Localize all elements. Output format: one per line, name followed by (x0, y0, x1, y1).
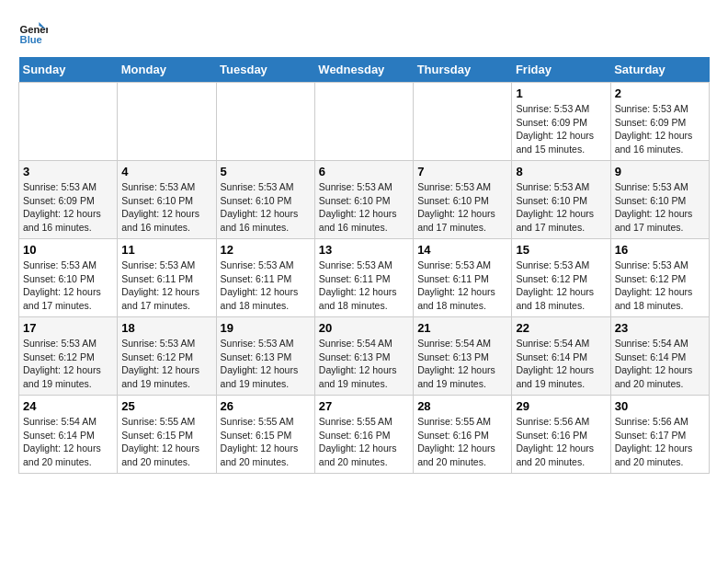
day-info: Sunrise: 5:53 AM Sunset: 6:12 PM Dayligh… (615, 259, 705, 313)
calendar-cell: 9Sunrise: 5:53 AM Sunset: 6:10 PM Daylig… (610, 161, 709, 239)
calendar-cell: 8Sunrise: 5:53 AM Sunset: 6:10 PM Daylig… (512, 161, 610, 239)
calendar-cell: 13Sunrise: 5:53 AM Sunset: 6:11 PM Dayli… (314, 239, 413, 317)
svg-text:General: General (20, 24, 48, 35)
calendar-cell: 19Sunrise: 5:53 AM Sunset: 6:13 PM Dayli… (216, 317, 314, 396)
svg-text:Blue: Blue (20, 34, 42, 45)
day-info: Sunrise: 5:53 AM Sunset: 6:10 PM Dayligh… (221, 180, 311, 235)
day-number: 12 (221, 243, 311, 257)
day-info: Sunrise: 5:54 AM Sunset: 6:14 PM Dayligh… (516, 337, 606, 391)
day-number: 17 (23, 321, 113, 335)
day-number: 6 (319, 165, 409, 178)
day-info: Sunrise: 5:53 AM Sunset: 6:10 PM Dayligh… (516, 180, 606, 235)
calendar-cell: 24Sunrise: 5:54 AM Sunset: 6:14 PM Dayli… (19, 396, 118, 474)
week-row-4: 17Sunrise: 5:53 AM Sunset: 6:12 PM Dayli… (19, 317, 710, 396)
day-number: 24 (23, 399, 113, 413)
calendar-cell: 18Sunrise: 5:53 AM Sunset: 6:12 PM Dayli… (118, 317, 216, 396)
weekday-header-sunday: Sunday (19, 57, 118, 83)
calendar-cell: 5Sunrise: 5:53 AM Sunset: 6:10 PM Daylig… (216, 161, 314, 239)
calendar-cell (118, 83, 216, 161)
calendar-cell: 26Sunrise: 5:55 AM Sunset: 6:15 PM Dayli… (216, 396, 314, 474)
day-info: Sunrise: 5:55 AM Sunset: 6:16 PM Dayligh… (319, 415, 409, 469)
weekday-header-friday: Friday (512, 57, 610, 83)
calendar-cell: 1Sunrise: 5:53 AM Sunset: 6:09 PM Daylig… (512, 83, 610, 161)
day-number: 21 (417, 321, 507, 335)
logo: General Blue (18, 18, 51, 48)
calendar-cell: 14Sunrise: 5:53 AM Sunset: 6:11 PM Dayli… (414, 239, 512, 317)
day-number: 8 (516, 165, 606, 178)
day-info: Sunrise: 5:53 AM Sunset: 6:10 PM Dayligh… (319, 180, 409, 235)
calendar-cell: 15Sunrise: 5:53 AM Sunset: 6:12 PM Dayli… (512, 239, 610, 317)
calendar-cell: 16Sunrise: 5:53 AM Sunset: 6:12 PM Dayli… (610, 239, 709, 317)
day-number: 14 (417, 243, 507, 257)
day-number: 27 (319, 399, 409, 413)
day-info: Sunrise: 5:54 AM Sunset: 6:14 PM Dayligh… (615, 337, 705, 391)
day-info: Sunrise: 5:55 AM Sunset: 6:15 PM Dayligh… (121, 415, 211, 469)
day-number: 28 (417, 399, 507, 413)
day-number: 7 (417, 165, 507, 178)
calendar-cell: 29Sunrise: 5:56 AM Sunset: 6:16 PM Dayli… (512, 396, 610, 474)
weekday-header-monday: Monday (118, 57, 216, 83)
calendar-cell: 30Sunrise: 5:56 AM Sunset: 6:17 PM Dayli… (610, 396, 709, 474)
day-number: 23 (615, 321, 705, 335)
day-info: Sunrise: 5:56 AM Sunset: 6:16 PM Dayligh… (516, 415, 606, 469)
day-info: Sunrise: 5:54 AM Sunset: 6:14 PM Dayligh… (23, 415, 113, 469)
day-number: 4 (121, 165, 211, 178)
day-number: 2 (615, 86, 705, 100)
calendar-cell: 4Sunrise: 5:53 AM Sunset: 6:10 PM Daylig… (118, 161, 216, 239)
weekday-header-wednesday: Wednesday (314, 57, 413, 83)
calendar-cell (314, 83, 413, 161)
week-row-3: 10Sunrise: 5:53 AM Sunset: 6:10 PM Dayli… (19, 239, 710, 317)
calendar-cell: 10Sunrise: 5:53 AM Sunset: 6:10 PM Dayli… (19, 239, 118, 317)
day-info: Sunrise: 5:53 AM Sunset: 6:09 PM Dayligh… (615, 102, 705, 156)
day-number: 11 (121, 243, 211, 257)
day-number: 15 (516, 243, 606, 257)
day-number: 13 (319, 243, 409, 257)
calendar-cell: 21Sunrise: 5:54 AM Sunset: 6:13 PM Dayli… (414, 317, 512, 396)
day-number: 19 (221, 321, 311, 335)
calendar-cell: 2Sunrise: 5:53 AM Sunset: 6:09 PM Daylig… (610, 83, 709, 161)
calendar-cell: 12Sunrise: 5:53 AM Sunset: 6:11 PM Dayli… (216, 239, 314, 317)
day-number: 18 (121, 321, 211, 335)
day-info: Sunrise: 5:53 AM Sunset: 6:13 PM Dayligh… (221, 337, 311, 391)
calendar-cell: 27Sunrise: 5:55 AM Sunset: 6:16 PM Dayli… (314, 396, 413, 474)
day-info: Sunrise: 5:53 AM Sunset: 6:10 PM Dayligh… (417, 180, 507, 235)
day-info: Sunrise: 5:53 AM Sunset: 6:11 PM Dayligh… (121, 259, 211, 313)
calendar-cell: 11Sunrise: 5:53 AM Sunset: 6:11 PM Dayli… (118, 239, 216, 317)
day-info: Sunrise: 5:54 AM Sunset: 6:13 PM Dayligh… (417, 337, 507, 391)
day-info: Sunrise: 5:53 AM Sunset: 6:10 PM Dayligh… (23, 259, 113, 313)
day-number: 10 (23, 243, 113, 257)
day-info: Sunrise: 5:53 AM Sunset: 6:09 PM Dayligh… (516, 102, 606, 156)
day-info: Sunrise: 5:53 AM Sunset: 6:09 PM Dayligh… (23, 180, 113, 235)
calendar-cell (19, 83, 118, 161)
day-info: Sunrise: 5:53 AM Sunset: 6:11 PM Dayligh… (319, 259, 409, 313)
day-info: Sunrise: 5:56 AM Sunset: 6:17 PM Dayligh… (615, 415, 705, 469)
day-number: 9 (615, 165, 705, 178)
calendar-cell: 7Sunrise: 5:53 AM Sunset: 6:10 PM Daylig… (414, 161, 512, 239)
header: General Blue (18, 18, 710, 48)
weekday-header-saturday: Saturday (610, 57, 709, 83)
week-row-5: 24Sunrise: 5:54 AM Sunset: 6:14 PM Dayli… (19, 396, 710, 474)
calendar-cell: 17Sunrise: 5:53 AM Sunset: 6:12 PM Dayli… (19, 317, 118, 396)
day-number: 5 (221, 165, 311, 178)
week-row-2: 3Sunrise: 5:53 AM Sunset: 6:09 PM Daylig… (19, 161, 710, 239)
calendar-table: SundayMondayTuesdayWednesdayThursdayFrid… (18, 57, 710, 474)
day-info: Sunrise: 5:53 AM Sunset: 6:12 PM Dayligh… (516, 259, 606, 313)
day-number: 20 (319, 321, 409, 335)
calendar-cell: 22Sunrise: 5:54 AM Sunset: 6:14 PM Dayli… (512, 317, 610, 396)
calendar-cell: 6Sunrise: 5:53 AM Sunset: 6:10 PM Daylig… (314, 161, 413, 239)
day-info: Sunrise: 5:53 AM Sunset: 6:12 PM Dayligh… (23, 337, 113, 391)
weekday-header-row: SundayMondayTuesdayWednesdayThursdayFrid… (19, 57, 710, 83)
day-info: Sunrise: 5:55 AM Sunset: 6:15 PM Dayligh… (221, 415, 311, 469)
calendar-cell: 3Sunrise: 5:53 AM Sunset: 6:09 PM Daylig… (19, 161, 118, 239)
weekday-header-thursday: Thursday (414, 57, 512, 83)
day-number: 22 (516, 321, 606, 335)
day-number: 29 (516, 399, 606, 413)
calendar-cell: 23Sunrise: 5:54 AM Sunset: 6:14 PM Dayli… (610, 317, 709, 396)
day-info: Sunrise: 5:53 AM Sunset: 6:12 PM Dayligh… (121, 337, 211, 391)
day-info: Sunrise: 5:53 AM Sunset: 6:11 PM Dayligh… (417, 259, 507, 313)
calendar-cell: 25Sunrise: 5:55 AM Sunset: 6:15 PM Dayli… (118, 396, 216, 474)
day-info: Sunrise: 5:53 AM Sunset: 6:10 PM Dayligh… (615, 180, 705, 235)
day-number: 30 (615, 399, 705, 413)
day-number: 25 (121, 399, 211, 413)
week-row-1: 1Sunrise: 5:53 AM Sunset: 6:09 PM Daylig… (19, 83, 710, 161)
